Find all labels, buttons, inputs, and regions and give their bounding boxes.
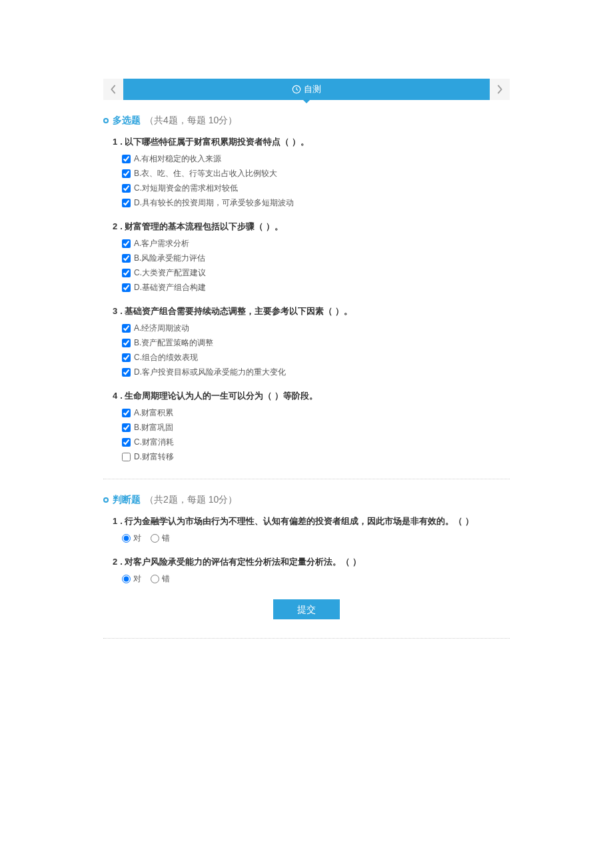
option-checkbox[interactable] [122,184,131,193]
section-name: 多选题 [113,115,141,127]
checkbox-option: B.财富巩固 [122,422,510,433]
submit-button[interactable]: 提交 [273,599,340,619]
header-title: 自测 [304,83,321,95]
bullet-icon [103,497,109,503]
radio-false[interactable] [151,534,159,543]
question-title: 2. 对客户风险承受能力的评估有定性分析法和定量分析法。（ ） [113,556,510,568]
checkbox-option: C.财富消耗 [122,437,510,448]
checkbox-option: B.风险承受能力评估 [122,253,510,264]
radio-true[interactable] [122,534,131,543]
radio-label: 对 [133,573,141,585]
option-label: B.衣、吃、住、行等支出占收入比例较大 [134,168,277,179]
option-label: A.客户需求分析 [134,238,189,249]
radio-label: 错 [162,533,170,544]
option-checkbox[interactable] [122,353,131,362]
question-title: 3. 基础资产组合需要持续动态调整，主要参考以下因素（ ）。 [113,305,510,317]
option-checkbox[interactable] [122,368,131,377]
option-label: A.经济周期波动 [134,323,189,334]
chevron-right-icon [496,85,504,94]
radio-label: 错 [162,573,170,585]
footer-divider [103,638,510,639]
radio-option-true: 对 [122,573,141,585]
option-checkbox[interactable] [122,438,131,447]
checkbox-option: B.资产配置策略的调整 [122,337,510,349]
next-button[interactable] [490,79,510,100]
radio-option-false: 错 [151,533,170,544]
checkbox-option: A.经济周期波动 [122,323,510,334]
checkbox-option: A.有相对稳定的收入来源 [122,153,510,165]
option-checkbox[interactable] [122,324,131,333]
option-label: D.基础资产组合构建 [134,282,206,293]
question-title: 2. 财富管理的基本流程包括以下步骤（ ）。 [113,221,510,233]
section-name: 判断题 [113,494,141,506]
option-label: D.具有较长的投资周期，可承受较多短期波动 [134,197,294,209]
option-label: A.财富积累 [134,407,173,419]
radio-option-true: 对 [122,533,141,544]
option-checkbox[interactable] [122,254,131,263]
question-title: 1. 行为金融学认为市场由行为不理性、认知有偏差的投资者组成，因此市场是非有效的… [113,515,510,527]
checkbox-option: B.衣、吃、住、行等支出占收入比例较大 [122,168,510,179]
question-block: 1. 以下哪些特征属于财富积累期投资者特点（ ）。 A.有相对稳定的收入来源 B… [113,136,510,209]
radio-true[interactable] [122,575,131,583]
section-header-truefalse: 判断题 （共2题，每题 10分） [103,494,510,506]
header-bar: 自测 [103,79,510,100]
radio-false[interactable] [151,575,159,583]
checkbox-option: C.对短期资金的需求相对较低 [122,183,510,194]
option-label: C.财富消耗 [134,437,174,448]
option-checkbox[interactable] [122,339,131,347]
option-checkbox[interactable] [122,283,131,292]
checkbox-option: C.大类资产配置建议 [122,267,510,279]
option-label: C.组合的绩效表现 [134,352,198,363]
radio-label: 对 [133,533,141,544]
option-label: C.大类资产配置建议 [134,267,206,279]
chevron-left-icon [109,85,117,94]
option-checkbox[interactable] [122,269,131,277]
checkbox-option: D.基础资产组合构建 [122,282,510,293]
option-checkbox[interactable] [122,423,131,432]
option-label: D.客户投资目标或风险承受能力的重大变化 [134,367,286,378]
question-block: 2. 财富管理的基本流程包括以下步骤（ ）。 A.客户需求分析 B.风险承受能力… [113,221,510,293]
question-title: 4. 生命周期理论认为人的一生可以分为（ ）等阶段。 [113,390,510,402]
radio-option-false: 错 [151,573,170,585]
question-title: 1. 以下哪些特征属于财富积累期投资者特点（ ）。 [113,136,510,148]
section-sub: （共4题，每题 10分） [145,115,237,127]
option-label: D.财富转移 [134,451,174,463]
checkbox-option: D.具有较长的投资周期，可承受较多短期波动 [122,197,510,209]
option-checkbox[interactable] [122,409,131,417]
option-checkbox[interactable] [122,155,131,163]
checkbox-option: A.客户需求分析 [122,238,510,249]
option-checkbox[interactable] [122,169,131,178]
prev-button[interactable] [103,79,123,100]
bullet-icon [103,118,109,123]
option-checkbox[interactable] [122,453,131,461]
option-label: A.有相对稳定的收入来源 [134,153,221,165]
clock-icon [292,85,301,94]
question-block: 1. 行为金融学认为市场由行为不理性、认知有偏差的投资者组成，因此市场是非有效的… [113,515,510,544]
option-label: B.财富巩固 [134,422,173,433]
section-divider [103,479,510,479]
option-label: C.对短期资金的需求相对较低 [134,183,238,194]
header-title-bar: 自测 [123,79,490,100]
option-label: B.风险承受能力评估 [134,253,205,264]
option-checkbox[interactable] [122,239,131,248]
question-block: 4. 生命周期理论认为人的一生可以分为（ ）等阶段。 A.财富积累 B.财富巩固… [113,390,510,463]
option-label: B.资产配置策略的调整 [134,337,213,349]
section-sub: （共2题，每题 10分） [145,494,237,506]
section-header-multichoice: 多选题 （共4题，每题 10分） [103,115,510,127]
checkbox-option: A.财富积累 [122,407,510,419]
option-checkbox[interactable] [122,199,131,207]
checkbox-option: C.组合的绩效表现 [122,352,510,363]
question-block: 2. 对客户风险承受能力的评估有定性分析法和定量分析法。（ ） 对 错 [113,556,510,585]
checkbox-option: D.财富转移 [122,451,510,463]
question-block: 3. 基础资产组合需要持续动态调整，主要参考以下因素（ ）。 A.经济周期波动 … [113,305,510,378]
checkbox-option: D.客户投资目标或风险承受能力的重大变化 [122,367,510,378]
